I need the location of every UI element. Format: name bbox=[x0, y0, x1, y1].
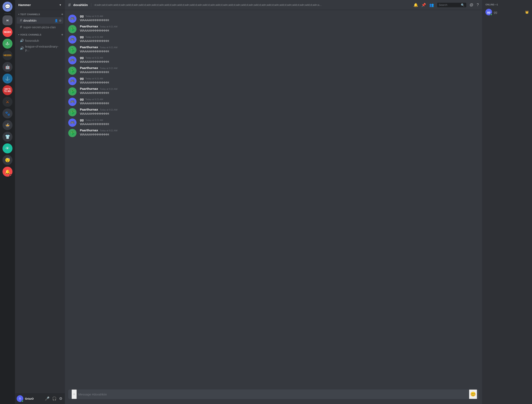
server-icon-discord-home[interactable]: 💬 bbox=[2, 2, 13, 12]
server-icon-shx[interactable]: 🕹 bbox=[2, 39, 13, 49]
chat-header-icons: 🔔 📌 👥 🔍 @ ? bbox=[413, 3, 479, 7]
message-timestamp: Today at 9:21 AM bbox=[100, 88, 117, 90]
server-icon-days[interactable]: DAY'STO IRE bbox=[2, 85, 13, 95]
message-timestamp: Today at 9:21 AM bbox=[100, 46, 117, 49]
channel-sidebar: Hammer ▼ ▾ TEXT CHANNELS + # dovahkiin 👤… bbox=[15, 0, 65, 404]
member-item-gg[interactable]: gg gg 👑 bbox=[484, 7, 530, 17]
server-icon-neebsgaming[interactable]: NEEBS bbox=[2, 50, 13, 60]
username: GrizzO bbox=[25, 397, 42, 400]
help-icon[interactable]: ? bbox=[477, 3, 479, 7]
user-settings-icon[interactable]: ⚙ bbox=[58, 396, 63, 402]
message-author: gg bbox=[80, 56, 83, 59]
message-content: gg Today at 9:21 AM WAAAAHHHHHHHH bbox=[80, 35, 479, 44]
message-header: Paarthurnax Today at 9:21 AM bbox=[80, 87, 479, 90]
message-avatar: 🐉 bbox=[68, 129, 77, 137]
message-input-box: + 😊 bbox=[68, 390, 479, 399]
message-timestamp: Today at 9:21 AM bbox=[85, 77, 103, 80]
server-name: Hammer bbox=[18, 3, 31, 7]
message-text: WAAAAHHHHHHHH bbox=[80, 70, 479, 74]
message-author: Paarthurnax bbox=[80, 25, 98, 28]
server-list: 💬 H NEEBS 🕹 NEEBS 🤖 ⚓ DAY'STO IRE ⚔ 🐾 🍲 … bbox=[0, 0, 15, 404]
message-input[interactable] bbox=[78, 390, 467, 398]
text-channels-category[interactable]: ▾ TEXT CHANNELS + bbox=[15, 12, 65, 17]
message-content: Paarthurnax Today at 9:21 AM WAAAAHHHHHH… bbox=[80, 108, 479, 116]
add-text-channel-button[interactable]: + bbox=[61, 13, 63, 16]
message-author: Paarthurnax bbox=[80, 108, 98, 111]
add-member-icon[interactable]: 👤 bbox=[54, 19, 58, 22]
server-icon-notifications[interactable]: 🔔 3 bbox=[2, 167, 13, 177]
server-icon-hammer[interactable]: H bbox=[2, 15, 13, 25]
message-text: WAAAAHHHHHHHH bbox=[80, 112, 479, 116]
server-icon-shirt[interactable]: 👕 bbox=[2, 132, 13, 142]
message-text: WAAAAHHHHHHHH bbox=[80, 122, 479, 126]
server-icon-snorlax[interactable]: 😴 bbox=[2, 155, 13, 165]
message-avatar: 🎮 bbox=[68, 98, 77, 106]
members-sidebar: ONLINE—1 gg gg 👑 bbox=[482, 0, 532, 404]
channel-item-foosroduh[interactable]: 🔊 foosroduh bbox=[17, 38, 63, 44]
channel-item-super-secret-pizza-clan[interactable]: # super-secret-pizza-clan bbox=[17, 24, 63, 30]
emoji-button[interactable]: 😊 bbox=[469, 390, 477, 399]
text-channels-label: TEXT CHANNELS bbox=[20, 13, 40, 16]
notification-bell-icon[interactable]: 🔔 bbox=[413, 3, 418, 7]
user-avatar-initials: G bbox=[19, 397, 21, 400]
add-voice-channel-button[interactable]: + bbox=[61, 33, 63, 37]
category-collapse-arrow-voice: ▾ bbox=[18, 34, 19, 36]
search-input[interactable] bbox=[439, 3, 460, 6]
search-bar[interactable]: 🔍 bbox=[437, 3, 466, 7]
message-header: gg Today at 9:21 AM bbox=[80, 97, 479, 101]
server-icon-paw[interactable]: 🐾 bbox=[2, 108, 13, 119]
message-content: Paarthurnax Today at 9:21 AM WAAAAHHHHHH… bbox=[80, 45, 479, 54]
message-header: Paarthurnax Today at 9:21 AM bbox=[80, 45, 479, 49]
message-avatar: 🎮 bbox=[68, 14, 77, 23]
chat-header: # dovahkiin :d;adn;ad;d;adn;add;d;adn;ad… bbox=[65, 0, 482, 10]
message-avatar: 🐉 bbox=[68, 46, 77, 54]
microphone-icon[interactable]: 🎤 bbox=[44, 396, 50, 402]
message-text: WAAAAHHHHHHHH bbox=[80, 28, 479, 33]
headphones-icon[interactable]: 🎧 bbox=[51, 396, 58, 402]
server-icon-bowl[interactable]: 🍲 bbox=[2, 120, 13, 130]
pin-icon[interactable]: 📌 bbox=[421, 3, 426, 7]
message-content: gg Today at 9:21 AM WAAAAHHHHHHHH bbox=[80, 14, 479, 23]
message-group: 🎮 gg Today at 9:21 AM WAAAAHHHHHHHH 😊 ⋯ bbox=[65, 55, 482, 65]
message-avatar: 🐉 bbox=[68, 25, 77, 33]
message-group: 🐉 Paarthurnax Today at 9:21 AM WAAAAHHHH… bbox=[65, 128, 482, 138]
message-content: gg Today at 9:21 AM WAAAAHHHHHHHH bbox=[80, 97, 479, 106]
message-author: gg bbox=[80, 97, 83, 101]
message-text: WAAAAHHHHHHHH bbox=[80, 91, 479, 95]
server-header[interactable]: Hammer ▼ bbox=[15, 0, 65, 10]
channel-action-icons: 👤 ⚙ bbox=[54, 19, 62, 22]
message-group: 🎮 gg Today at 9:21 AM WAAAAHHHHHHHH 😊 ⋯ bbox=[65, 13, 482, 24]
message-group: 🎮 gg Today at 9:21 AM WAAAAHHHHHHHH 😊 ⋯ bbox=[65, 96, 482, 107]
server-icon-robot[interactable]: 🤖 bbox=[2, 62, 13, 72]
server-icon-sot[interactable]: ⚓ bbox=[2, 74, 13, 83]
member-avatar-initials-gg: gg bbox=[487, 11, 490, 14]
message-text: WAAAAHHHHHHHH bbox=[80, 39, 479, 43]
channel-item-league[interactable]: 🔊 league-of-extraordinary-p... bbox=[17, 44, 63, 53]
message-timestamp: Today at 9:21 AM bbox=[100, 108, 117, 111]
message-input-area: + 😊 bbox=[65, 390, 482, 404]
message-content: Paarthurnax Today at 9:21 AM WAAAAHHHHHH… bbox=[80, 87, 479, 96]
message-timestamp: Today at 9:21 AM bbox=[85, 98, 103, 101]
server-icon-neebs[interactable]: NEEBS bbox=[2, 27, 13, 37]
channel-name-league: league-of-extraordinary-p... bbox=[25, 45, 62, 52]
message-author: Paarthurnax bbox=[80, 45, 98, 49]
server-divider bbox=[4, 13, 11, 14]
attach-file-button[interactable]: + bbox=[71, 390, 77, 399]
voice-channels-category[interactable]: ▾ VOICE CHANNELS + bbox=[15, 32, 65, 38]
message-author: Paarthurnax bbox=[80, 87, 98, 90]
server-icon-probattle[interactable]: ⚔ bbox=[2, 97, 13, 107]
message-header: gg Today at 9:21 AM bbox=[80, 118, 479, 122]
message-group: 🐉 Paarthurnax Today at 9:21 AM WAAAAHHHH… bbox=[65, 86, 482, 96]
members-list-icon[interactable]: 👥 bbox=[429, 3, 434, 7]
message-timestamp: Today at 9:21 AM bbox=[85, 57, 103, 59]
channel-item-dovahkiin[interactable]: # dovahkiin 👤 ⚙ bbox=[17, 17, 63, 24]
message-group: 🎮 gg Today at 9:21 AM WAAAAHHHHHHHH 😊 ⋯ bbox=[65, 76, 482, 86]
settings-icon[interactable]: ⚙ bbox=[59, 19, 62, 22]
server-icon-eye[interactable]: 👁 bbox=[2, 143, 13, 153]
message-group: 🎮 gg Today at 9:21 AM WAAAAHHHHHHHH 😊 ⋯ bbox=[65, 34, 482, 44]
member-badge-gg: 👑 bbox=[525, 10, 529, 14]
message-avatar: 🎮 bbox=[68, 77, 77, 85]
at-icon[interactable]: @ bbox=[470, 3, 473, 7]
message-avatar: 🎮 bbox=[68, 119, 77, 127]
message-header: Paarthurnax Today at 9:21 AM bbox=[80, 108, 479, 111]
